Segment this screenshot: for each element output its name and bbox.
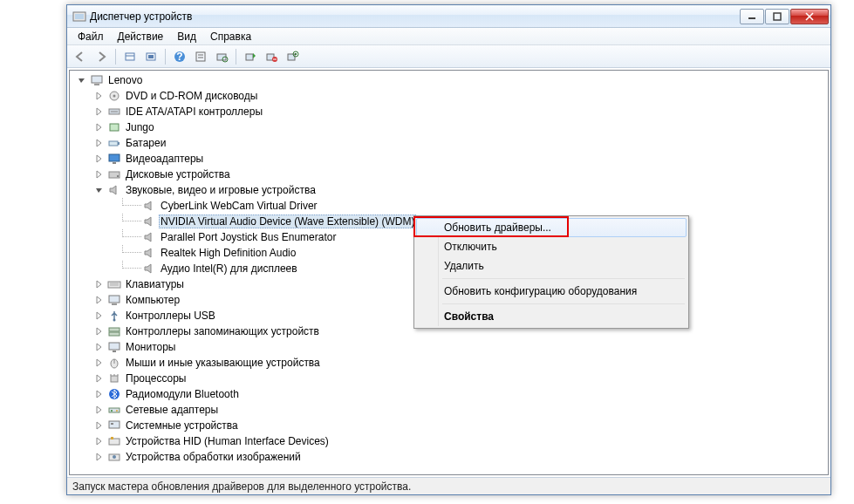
minimize-button[interactable] bbox=[740, 9, 764, 24]
tree-category[interactable]: Устройства обработки изображений bbox=[70, 449, 828, 465]
properties-button[interactable] bbox=[191, 47, 210, 66]
tree-category[interactable]: Сетевые адаптеры bbox=[70, 402, 828, 418]
sound-icon bbox=[142, 262, 156, 276]
forward-button[interactable] bbox=[92, 47, 111, 66]
tree-category-label: Звуковые, видео и игровые устройства bbox=[124, 183, 318, 197]
expander-closed-icon[interactable] bbox=[94, 326, 105, 337]
status-text: Запуск мастера обновления драйверов для … bbox=[72, 480, 411, 493]
tree-device-label: Realtek High Definition Audio bbox=[159, 246, 297, 260]
category-icon bbox=[107, 105, 121, 119]
tree-category-label: Клавиатуры bbox=[124, 277, 186, 291]
print-button[interactable] bbox=[141, 47, 161, 66]
tree-category[interactable]: Процессоры bbox=[70, 371, 828, 386]
category-icon bbox=[107, 340, 121, 354]
tree-category-label: IDE ATA/ATAPI контроллеры bbox=[124, 105, 264, 119]
tree-connector bbox=[122, 198, 141, 206]
tree-category[interactable]: Звуковые, видео и игровые устройства bbox=[70, 182, 828, 198]
svg-point-41 bbox=[113, 319, 116, 322]
expander-closed-icon[interactable] bbox=[94, 342, 105, 352]
menu-file[interactable]: Файл bbox=[71, 29, 111, 44]
ctx-properties[interactable]: Свойства bbox=[416, 307, 687, 326]
expander-closed-icon[interactable] bbox=[94, 122, 105, 133]
maximize-button[interactable] bbox=[765, 9, 789, 24]
expander-open-icon[interactable] bbox=[94, 185, 105, 195]
expander-closed-icon[interactable] bbox=[94, 405, 105, 415]
tree-category[interactable]: DVD и CD-ROM дисководы bbox=[70, 88, 828, 104]
expander-closed-icon[interactable] bbox=[94, 452, 105, 462]
help-button[interactable]: ? bbox=[170, 47, 189, 66]
category-icon bbox=[107, 434, 121, 448]
category-icon bbox=[107, 309, 121, 323]
window-buttons bbox=[739, 9, 829, 24]
ctx-disable[interactable]: Отключить bbox=[416, 237, 687, 256]
tree-category[interactable]: Батареи bbox=[70, 135, 828, 151]
svg-rect-56 bbox=[109, 421, 120, 428]
svg-point-54 bbox=[111, 410, 113, 412]
ctx-update-drivers[interactable]: Обновить драйверы... bbox=[416, 218, 687, 237]
svg-rect-42 bbox=[109, 328, 120, 331]
tree-category[interactable]: Мыши и иные указывающие устройства bbox=[70, 355, 828, 371]
svg-text:?: ? bbox=[176, 51, 182, 63]
toolbar-separator bbox=[236, 49, 236, 65]
menu-view[interactable]: Вид bbox=[170, 29, 203, 44]
ctx-delete[interactable]: Удалить bbox=[416, 256, 687, 276]
tree-category[interactable]: Jungo bbox=[70, 119, 828, 135]
expander-closed-icon[interactable] bbox=[94, 138, 105, 148]
ctx-rescan[interactable]: Обновить конфигурацию оборудования bbox=[416, 282, 687, 301]
expander-closed-icon[interactable] bbox=[94, 436, 105, 446]
svg-rect-9 bbox=[148, 55, 154, 58]
svg-rect-21 bbox=[288, 54, 295, 60]
expander-open-icon[interactable] bbox=[77, 75, 87, 85]
expander-closed-icon[interactable] bbox=[94, 279, 105, 289]
tree-category-label: Устройства HID (Human Interface Devices) bbox=[124, 434, 331, 448]
tree-device[interactable]: CyberLink WebCam Virtual Driver bbox=[70, 198, 828, 214]
tree-category-label: Контроллеры USB bbox=[124, 309, 217, 323]
expander-closed-icon[interactable] bbox=[94, 358, 105, 368]
category-icon bbox=[107, 293, 121, 307]
tree-category[interactable]: Устройства HID (Human Interface Devices) bbox=[70, 433, 828, 449]
expander-closed-icon[interactable] bbox=[94, 153, 105, 164]
tree-connector bbox=[122, 261, 141, 269]
tree-category[interactable]: Мониторы bbox=[70, 339, 828, 355]
close-button[interactable] bbox=[790, 9, 829, 24]
svg-point-26 bbox=[113, 95, 116, 98]
tree-root-label: Lenovo bbox=[106, 73, 144, 87]
tree-category-label: Мониторы bbox=[124, 340, 177, 354]
expander-closed-icon[interactable] bbox=[94, 106, 105, 117]
expander-closed-icon[interactable] bbox=[94, 91, 105, 101]
tree-category[interactable]: Радиомодули Bluetooth bbox=[70, 386, 828, 402]
svg-rect-43 bbox=[109, 332, 120, 336]
category-icon bbox=[107, 371, 121, 385]
disable-button[interactable] bbox=[262, 47, 281, 66]
expander-closed-icon[interactable] bbox=[94, 295, 105, 305]
expander-closed-icon[interactable] bbox=[94, 389, 105, 399]
update-driver-button[interactable] bbox=[241, 47, 260, 66]
back-button[interactable] bbox=[71, 47, 90, 66]
svg-point-61 bbox=[113, 455, 116, 459]
tree-category-label: Устройства обработки изображений bbox=[124, 450, 303, 464]
window-title: Диспетчер устройств bbox=[90, 10, 739, 23]
menu-help[interactable]: Справка bbox=[203, 29, 258, 44]
uninstall-button[interactable] bbox=[283, 47, 302, 66]
sound-icon bbox=[142, 215, 156, 228]
expander-closed-icon[interactable] bbox=[94, 420, 105, 431]
category-icon bbox=[107, 403, 121, 417]
svg-rect-48 bbox=[111, 376, 118, 382]
category-icon bbox=[107, 419, 121, 432]
menu-action[interactable]: Действие bbox=[111, 29, 171, 44]
category-icon bbox=[107, 324, 121, 338]
expander-closed-icon[interactable] bbox=[94, 373, 105, 384]
tree-category[interactable]: Дисковые устройства bbox=[70, 167, 828, 182]
tree-category-label: Контроллеры запоминающих устройств bbox=[124, 324, 321, 338]
tree-category[interactable]: Видеоадаптеры bbox=[70, 151, 828, 167]
tree-category-label: Процессоры bbox=[124, 371, 188, 385]
tree-category[interactable]: IDE ATA/ATAPI контроллеры bbox=[70, 104, 828, 119]
expander-closed-icon[interactable] bbox=[94, 310, 105, 321]
category-icon bbox=[107, 120, 121, 134]
tree-root[interactable]: Lenovo bbox=[70, 72, 828, 88]
svg-rect-59 bbox=[111, 437, 113, 439]
scan-button[interactable] bbox=[212, 47, 231, 66]
show-hidden-button[interactable] bbox=[120, 47, 140, 66]
expander-closed-icon[interactable] bbox=[94, 169, 105, 180]
tree-category[interactable]: Системные устройства bbox=[70, 418, 828, 433]
